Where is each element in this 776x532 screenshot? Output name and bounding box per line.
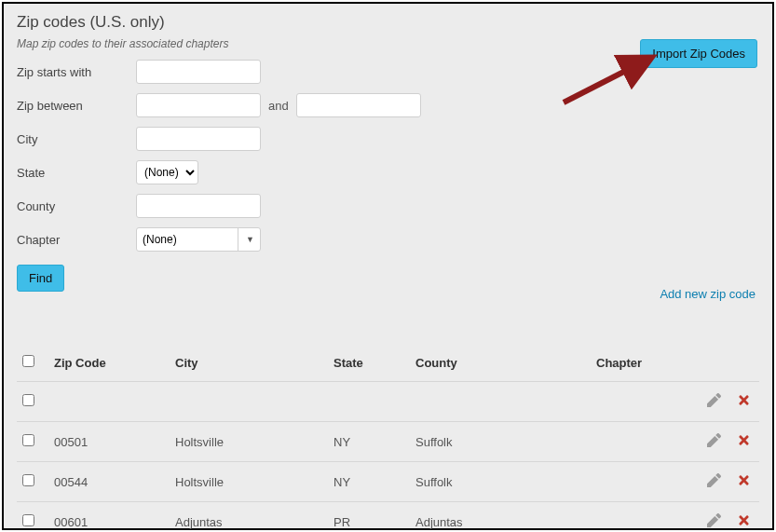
- zip-starts-input[interactable]: [136, 60, 261, 84]
- cell-chapter: [591, 462, 700, 502]
- cell-zip: 00601: [48, 502, 170, 533]
- zip-starts-label: Zip starts with: [17, 65, 136, 79]
- city-label: City: [17, 132, 136, 146]
- add-new-zip-link[interactable]: Add new zip code: [660, 287, 756, 301]
- col-header-zip: Zip Code: [48, 346, 170, 382]
- select-all-checkbox[interactable]: [22, 355, 34, 367]
- delete-icon[interactable]: [737, 516, 751, 530]
- cell-city: Holtsville: [170, 462, 328, 502]
- table-row: 00544HoltsvilleNYSuffolk: [17, 462, 759, 502]
- cell-chapter: [591, 382, 700, 422]
- cell-chapter: [591, 422, 700, 462]
- cell-county: Suffolk: [410, 462, 591, 502]
- chapter-combo-value: (None): [143, 233, 177, 246]
- and-label: and: [268, 99, 289, 113]
- pencil-icon[interactable]: [707, 476, 721, 490]
- zip-between-from-input[interactable]: [136, 93, 261, 117]
- cell-state: [328, 382, 410, 422]
- county-input[interactable]: [136, 194, 261, 218]
- zip-between-to-input[interactable]: [296, 93, 421, 117]
- zip-codes-table: Zip Code City State County Chapter 00501…: [17, 346, 759, 532]
- cell-city: Holtsville: [170, 422, 328, 462]
- chevron-down-icon: ▼: [238, 228, 254, 251]
- delete-icon[interactable]: [737, 396, 751, 410]
- zip-codes-panel: Zip codes (U.S. only) Map zip codes to t…: [2, 2, 774, 530]
- col-header-city: City: [170, 346, 328, 382]
- table-row: [17, 382, 759, 422]
- delete-icon[interactable]: [737, 476, 751, 490]
- cell-county: [410, 382, 591, 422]
- cell-state: NY: [328, 462, 410, 502]
- chapter-combo[interactable]: (None) ▼: [136, 227, 261, 252]
- row-checkbox[interactable]: [22, 514, 34, 526]
- col-header-state: State: [328, 346, 410, 382]
- county-label: County: [17, 199, 136, 213]
- zip-between-label: Zip between: [17, 99, 136, 113]
- cell-zip: 00544: [48, 462, 170, 502]
- cell-state: PR: [328, 502, 410, 533]
- row-checkbox[interactable]: [22, 474, 34, 486]
- row-checkbox[interactable]: [22, 434, 34, 446]
- col-header-county: County: [410, 346, 591, 382]
- cell-county: Adjuntas: [410, 502, 591, 533]
- cell-zip: [48, 382, 170, 422]
- pencil-icon[interactable]: [707, 396, 721, 410]
- import-zip-codes-button[interactable]: Import Zip Codes: [640, 39, 757, 68]
- state-label: State: [17, 166, 136, 180]
- cell-county: Suffolk: [410, 422, 591, 462]
- cell-city: Adjuntas: [170, 502, 328, 533]
- cell-zip: 00501: [48, 422, 170, 462]
- row-checkbox[interactable]: [22, 394, 34, 406]
- state-select[interactable]: (None): [136, 160, 198, 184]
- find-button[interactable]: Find: [17, 265, 64, 292]
- pencil-icon[interactable]: [707, 516, 721, 530]
- cell-city: [170, 382, 328, 422]
- chapter-label: Chapter: [17, 233, 136, 247]
- page-title: Zip codes (U.S. only): [17, 13, 759, 32]
- col-header-chapter: Chapter: [591, 346, 700, 382]
- cell-state: NY: [328, 422, 410, 462]
- delete-icon[interactable]: [737, 436, 751, 450]
- city-input[interactable]: [136, 127, 261, 151]
- cell-chapter: [591, 502, 700, 533]
- pencil-icon[interactable]: [707, 436, 721, 450]
- table-row: 00501HoltsvilleNYSuffolk: [17, 422, 759, 462]
- table-row: 00601AdjuntasPRAdjuntas: [17, 502, 759, 533]
